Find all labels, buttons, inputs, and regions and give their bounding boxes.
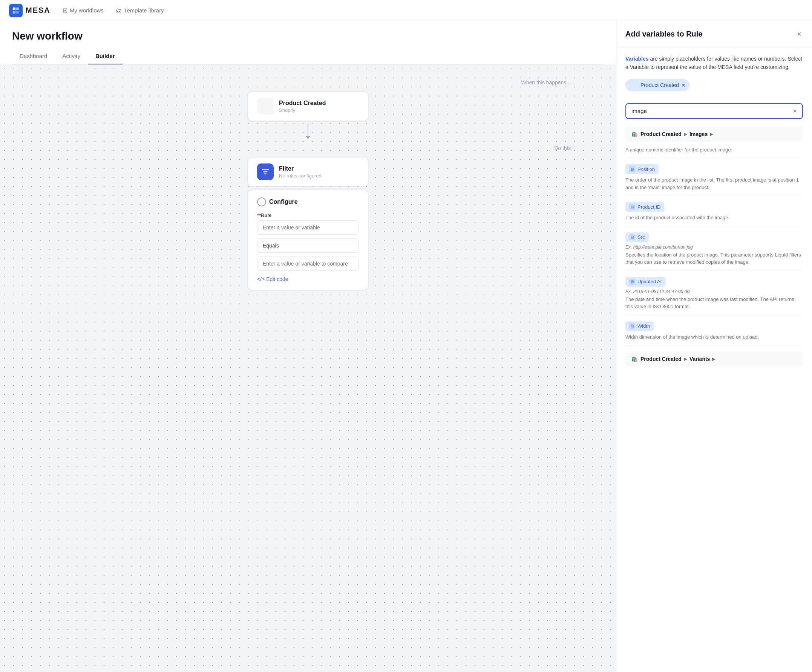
product-created-subtitle: Shopify xyxy=(279,107,326,113)
svg-text:🛍️: 🛍️ xyxy=(631,82,637,88)
tab-dashboard[interactable]: Dashboard xyxy=(12,48,55,65)
product-id-var-icon: ⊟ xyxy=(629,204,635,210)
variants-section-header: 🛍️ Product Created ▶ Variants ▶ xyxy=(625,351,803,366)
svg-text:🛍️: 🛍️ xyxy=(631,356,638,362)
compare-input[interactable] xyxy=(257,257,359,271)
filter-subtitle: No rules configured xyxy=(279,173,322,179)
variants-breadcrumb-variants: Variants xyxy=(689,356,710,362)
edit-code-label: </> Edit code xyxy=(257,276,288,282)
equals-select[interactable]: Equals xyxy=(257,238,359,253)
variants-shopify-icon: 🛍️ xyxy=(631,355,638,363)
product-created-card[interactable]: 🛍️ Product Created Shopify xyxy=(248,92,368,121)
nav-template-library[interactable]: 🗂 Template library xyxy=(116,6,164,15)
search-box: × xyxy=(625,103,803,119)
configure-title: Configure xyxy=(269,199,298,205)
variables-link[interactable]: Variables xyxy=(625,56,649,62)
left-panel: New workflow Dashboard Activity Builder … xyxy=(0,21,616,672)
filter-card[interactable]: Filter No rules configured xyxy=(248,157,368,187)
images-section-header: 🛍️ Product Created ▶ Images ▶ xyxy=(625,127,803,142)
variants-breadcrumb: 🛍️ Product Created ▶ Variants ▶ xyxy=(631,355,798,363)
width-var-icon: ⊟ xyxy=(629,323,635,329)
tab-activity[interactable]: Activity xyxy=(55,48,88,65)
product-created-title: Product Created xyxy=(279,100,326,107)
search-input[interactable] xyxy=(631,108,790,114)
tag-close-button[interactable]: × xyxy=(682,82,685,88)
nav-my-workflows[interactable]: ⊞ My workflows xyxy=(63,5,104,15)
images-description: A unique numeric identifier for the prod… xyxy=(625,146,803,158)
updated-at-variable-btn[interactable]: ⊟ Updated At xyxy=(625,277,665,287)
src-description: Specifies the location of the product im… xyxy=(625,251,803,271)
configure-section: − Configure **Rule Equals </> Edit code xyxy=(248,189,368,290)
product-id-var-label: Product ID xyxy=(638,204,660,210)
close-button[interactable]: × xyxy=(795,29,803,39)
src-var-label: Src xyxy=(638,234,645,240)
width-description: Width dimension of the image which is de… xyxy=(625,333,803,346)
position-variable-btn[interactable]: ⊟ Position xyxy=(625,164,658,174)
panel-description: Variables are simply placeholders for va… xyxy=(625,54,803,71)
filter-tag: 🛍️ Product Created × xyxy=(625,79,803,97)
svg-rect-1 xyxy=(16,7,19,10)
product-id-description: The id of the product associated with th… xyxy=(625,214,803,226)
updated-at-description: The date and time when the product image… xyxy=(625,296,803,315)
when-label: When this happens... xyxy=(521,80,571,85)
do-label: Do this xyxy=(554,145,571,151)
template-icon: 🗂 xyxy=(116,7,122,14)
svg-text:🛍️: 🛍️ xyxy=(631,131,638,138)
width-var-label: Width xyxy=(638,323,650,329)
svg-rect-0 xyxy=(13,7,15,10)
panel-header: Add variables to Rule × xyxy=(616,21,812,47)
position-group: ⊟ Position The order of the product imag… xyxy=(625,164,803,196)
logo-area: MESA xyxy=(9,4,51,17)
product-id-group: ⊟ Product ID The id of the product assoc… xyxy=(625,202,803,226)
svg-rect-2 xyxy=(13,10,15,13)
src-group: ⊟ Src Ex. http://example.com/burton.jpg … xyxy=(625,232,803,271)
canvas: When this happens... 🛍️ Product Created … xyxy=(0,65,616,672)
workflow-title: New workflow xyxy=(12,30,604,42)
variables-list: 🛍️ Product Created ▶ Images ▶ A unique n… xyxy=(625,127,803,367)
width-variable-btn[interactable]: ⊟ Width xyxy=(625,321,654,331)
nav-template-library-label: Template library xyxy=(124,7,164,14)
updated-at-var-label: Updated At xyxy=(638,279,662,284)
configure-icon: − xyxy=(257,197,266,206)
product-created-tag: 🛍️ Product Created × xyxy=(625,79,689,91)
tab-builder[interactable]: Builder xyxy=(88,48,123,65)
nav-my-workflows-label: My workflows xyxy=(70,7,104,14)
rule-input[interactable] xyxy=(257,220,359,235)
search-clear-button[interactable]: × xyxy=(793,108,797,114)
shopify-icon: 🛍️ xyxy=(257,98,274,114)
tabs: Dashboard Activity Builder xyxy=(12,48,604,65)
configure-header: − Configure xyxy=(257,197,359,206)
updated-at-var-icon: ⊟ xyxy=(629,279,635,285)
breadcrumb-arrow-2: ▶ xyxy=(710,131,713,137)
filter-icon xyxy=(257,163,274,180)
variants-breadcrumb-product: Product Created xyxy=(640,356,682,362)
position-description: The order of the product image in the li… xyxy=(625,176,803,196)
variants-arrow-2: ▶ xyxy=(712,356,715,362)
filter-title: Filter xyxy=(279,165,322,172)
variants-arrow-1: ▶ xyxy=(684,356,687,362)
mesa-logo-icon xyxy=(9,4,22,17)
position-var-icon: ⊟ xyxy=(629,166,635,172)
breadcrumb-product-created: Product Created xyxy=(640,131,682,137)
src-var-icon: ⊟ xyxy=(629,234,635,240)
description-text: are simply placeholders for values like … xyxy=(625,56,802,70)
rule-label: **Rule xyxy=(257,213,359,218)
workflow-header: New workflow Dashboard Activity Builder xyxy=(0,21,616,65)
src-variable-btn[interactable]: ⊟ Src xyxy=(625,232,649,242)
svg-rect-3 xyxy=(16,10,19,13)
arrow-down-1 xyxy=(306,124,310,139)
tag-label: Product Created xyxy=(640,82,679,88)
position-var-label: Position xyxy=(638,167,655,172)
edit-code-link[interactable]: </> Edit code xyxy=(257,276,359,282)
top-nav: MESA ⊞ My workflows 🗂 Template library xyxy=(0,0,812,21)
product-id-variable-btn[interactable]: ⊟ Product ID xyxy=(625,202,664,212)
breadcrumb-shopify-icon: 🛍️ xyxy=(631,130,638,138)
tag-shopify-icon: 🛍️ xyxy=(630,82,638,89)
updated-at-group: ⊟ Updated At Ex. 2018-01-08T12:34:47-05:… xyxy=(625,277,803,315)
breadcrumb-arrow-1: ▶ xyxy=(684,131,687,137)
updated-at-example: Ex. 2018-01-08T12:34:47-05:00 xyxy=(625,289,803,294)
right-panel: Add variables to Rule × Variables are si… xyxy=(616,21,812,672)
width-group: ⊟ Width Width dimension of the image whi… xyxy=(625,321,803,346)
product-created-content: Product Created Shopify xyxy=(279,100,326,113)
panel-body: Variables are simply placeholders for va… xyxy=(616,47,812,672)
